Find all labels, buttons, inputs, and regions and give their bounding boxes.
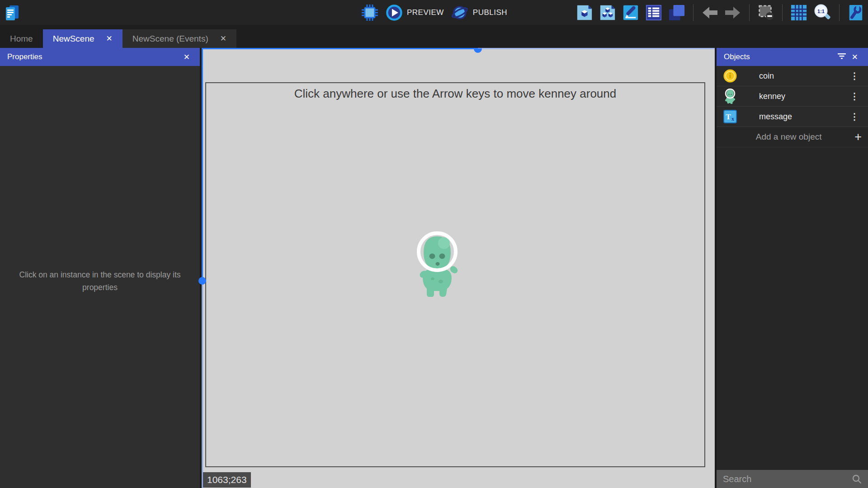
search-icon xyxy=(852,474,862,484)
properties-empty-message: Click on an instance in the scene to dis… xyxy=(0,268,200,294)
object-row-message[interactable]: T x message ⋮ xyxy=(717,107,868,127)
zoom-1-1-icon: 1:1 xyxy=(813,4,831,22)
redo-button[interactable] xyxy=(724,5,741,20)
search-input[interactable] xyxy=(723,474,848,484)
zoom-original-button[interactable]: 1:1 xyxy=(813,4,831,22)
objects-panel-title: Objects xyxy=(724,52,750,61)
objects-panel-empty-space xyxy=(717,147,868,470)
objects-panel-header: Objects ✕ xyxy=(717,48,868,66)
toolbar-divider xyxy=(749,4,750,21)
plus-icon[interactable]: + xyxy=(854,130,862,144)
close-icon[interactable]: ✕ xyxy=(106,34,113,43)
kebab-menu-icon[interactable]: ⋮ xyxy=(847,111,862,122)
undo-button[interactable] xyxy=(701,5,718,20)
selection-handle-top[interactable] xyxy=(474,48,482,53)
scene-canvas[interactable]: Click anywhere or use the Arrow keys to … xyxy=(202,48,715,488)
coin-object-icon xyxy=(723,69,737,83)
project-manager-button[interactable] xyxy=(4,4,20,22)
object-groups-icon xyxy=(599,4,616,21)
tab-scene-events-label: NewScene (Events) xyxy=(132,34,208,44)
preview-button[interactable]: PREVIEW xyxy=(385,4,444,22)
undo-icon xyxy=(701,5,718,20)
kenney-object-icon xyxy=(723,89,737,104)
toolbar-divider xyxy=(693,4,693,21)
kebab-menu-icon[interactable]: ⋮ xyxy=(847,91,862,102)
layers-icon xyxy=(668,4,685,21)
open-scene-properties-button[interactable] xyxy=(622,4,639,21)
svg-text:1:1: 1:1 xyxy=(817,8,825,14)
open-layers-button[interactable] xyxy=(668,4,685,21)
text-object-icon: T x xyxy=(723,110,737,123)
object-name: coin xyxy=(759,71,847,81)
svg-text:T: T xyxy=(726,113,731,121)
tab-scene[interactable]: NewScene ✕ xyxy=(43,29,123,48)
wrench-page-icon xyxy=(847,4,864,21)
open-objects-editor-button[interactable] xyxy=(576,4,593,21)
filter-icon xyxy=(837,53,846,59)
filter-button[interactable] xyxy=(835,52,849,61)
edit-pencil-icon xyxy=(622,4,639,21)
tab-scene-events[interactable]: NewScene (Events) ✕ xyxy=(123,29,236,48)
tab-scene-label: NewScene xyxy=(53,34,94,44)
main-toolbar: PREVIEW PUBLISH xyxy=(0,0,868,25)
editor-tabbar: Home NewScene ✕ NewScene (Events) ✕ xyxy=(0,25,868,48)
cursor-coordinates-badge: 1063;263 xyxy=(203,472,251,488)
selection-handle-left[interactable] xyxy=(198,277,206,285)
add-object-label: Add a new object xyxy=(723,132,854,142)
instances-list-icon xyxy=(645,4,662,21)
publish-label: PUBLISH xyxy=(473,8,507,17)
toggle-grid-button[interactable] xyxy=(790,4,807,21)
open-object-groups-button[interactable] xyxy=(599,4,616,21)
objects-search-bar xyxy=(717,470,868,488)
object-row-kenney[interactable]: kenney ⋮ xyxy=(717,86,868,107)
properties-panel-title: Properties xyxy=(7,52,42,61)
preview-label: PREVIEW xyxy=(407,8,444,17)
svg-text:x: x xyxy=(731,116,734,122)
objects-panel: Objects ✕ coin ⋮ xyxy=(717,48,868,488)
kebab-menu-icon[interactable]: ⋮ xyxy=(847,70,862,81)
clear-selection-button[interactable] xyxy=(757,4,774,21)
toolbar-divider xyxy=(782,4,783,21)
object-name: kenney xyxy=(759,92,847,101)
tab-home-label: Home xyxy=(10,34,33,44)
play-icon xyxy=(385,4,403,22)
kenney-instance[interactable] xyxy=(411,228,465,299)
close-icon[interactable]: ✕ xyxy=(849,52,861,62)
debug-button[interactable] xyxy=(361,4,379,22)
object-page-icon xyxy=(576,4,593,21)
deselect-marquee-icon xyxy=(757,4,774,21)
tab-home[interactable]: Home xyxy=(0,29,43,48)
publish-button[interactable]: PUBLISH xyxy=(450,3,507,22)
object-name: message xyxy=(759,112,847,122)
text-instance[interactable]: Click anywhere or use the Arrow keys to … xyxy=(206,87,704,101)
project-manager-icon xyxy=(4,4,20,22)
selection-edge-left xyxy=(202,48,203,281)
grid-icon xyxy=(790,4,807,21)
main-area: Properties ✕ Click on an instance in the… xyxy=(0,48,868,488)
object-row-coin[interactable]: coin ⋮ xyxy=(717,66,868,86)
properties-panel-header: Properties ✕ xyxy=(0,48,200,66)
properties-panel: Properties ✕ Click on an instance in the… xyxy=(0,48,200,488)
publish-globe-icon xyxy=(450,3,469,22)
add-object-row[interactable]: Add a new object + xyxy=(717,127,868,147)
toolbar-divider xyxy=(839,4,840,21)
redo-icon xyxy=(724,5,741,20)
debug-chip-icon xyxy=(361,4,379,22)
selection-edge-top-light xyxy=(478,48,715,49)
open-settings-button[interactable] xyxy=(847,4,864,21)
open-instances-list-button[interactable] xyxy=(645,4,662,21)
selection-edge-left-light xyxy=(202,281,203,488)
close-icon[interactable]: ✕ xyxy=(181,52,193,62)
close-icon[interactable]: ✕ xyxy=(220,34,226,43)
kenney-sprite xyxy=(411,228,465,297)
selection-edge-top xyxy=(202,48,478,49)
